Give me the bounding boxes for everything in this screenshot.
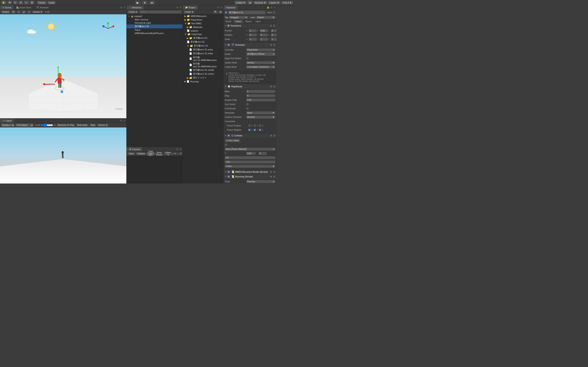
culling-mode-dropdown[interactable]: Cull Update Transforms ▼ xyxy=(246,66,276,68)
tab-scene[interactable]: ⊙ Scene xyxy=(0,5,14,9)
play-btn[interactable]: ▶ xyxy=(135,0,141,5)
shaded-dropdown[interactable]: Shaded xyxy=(1,10,10,14)
proj-item-vertex[interactable]: 📄 美竹蘭ver1.01.vertex xyxy=(183,72,223,76)
scale-tool-btn[interactable]: ⊡ xyxy=(18,1,23,4)
static-checkbox[interactable] xyxy=(273,11,276,14)
proj-view-btn[interactable]: ⊞ xyxy=(218,10,223,14)
hier-item-untitled[interactable]: ▼ 🔒 Untitled* xyxy=(127,15,182,18)
transform-settings-btn[interactable]: ⚙ xyxy=(270,25,272,27)
proj-panel-menu-btn[interactable]: ☰ xyxy=(217,6,219,8)
light-toggle[interactable]: ☀ xyxy=(17,10,21,14)
apply-root-motion-checkbox[interactable] xyxy=(246,57,249,59)
aspect-select[interactable]: Free Aspect xyxy=(15,123,34,127)
rect-tool-btn[interactable]: ▭ xyxy=(24,1,29,4)
console-collapse-btn[interactable]: Collapse xyxy=(136,152,146,155)
use-gravity-checkbox[interactable] xyxy=(246,103,249,105)
tag-dropdown[interactable]: Untagged ▼ xyxy=(229,16,248,19)
insp-panel-close-btn[interactable]: ✕ xyxy=(273,6,276,8)
local-btn[interactable]: Local xyxy=(47,1,56,4)
drag-input[interactable] xyxy=(246,94,276,97)
pos-z-input[interactable] xyxy=(271,29,277,32)
maximize-on-play-btn[interactable]: Maximize On Play xyxy=(57,123,76,127)
scale-slider[interactable] xyxy=(41,124,53,127)
fx-toggle[interactable]: ✦ xyxy=(27,10,31,14)
stats-btn[interactable]: Stats xyxy=(89,123,96,127)
proj-item-model[interactable]: 📄 美竹蘭ver1.01.model xyxy=(183,68,223,72)
hier-panel-close-btn[interactable]: ✕ xyxy=(179,6,182,8)
move-tool-btn[interactable]: ✥ xyxy=(7,1,12,4)
freeze-rot-x[interactable]: ✓ xyxy=(248,129,251,131)
hand-tool-btn[interactable]: ✋ xyxy=(1,1,7,4)
tab-game[interactable]: 🎮 Game xyxy=(0,118,15,123)
proj-item-texture[interactable]: ▶ 📁 関テクスチャ xyxy=(183,76,223,80)
proj-item-mmd-model-2[interactable]: 📄 美竹蘭ver1.01 xyxy=(183,40,223,44)
running-script-expand-btn[interactable]: ⊡ xyxy=(273,175,276,178)
hier-search[interactable] xyxy=(139,10,182,13)
proj-item-mmd4-1[interactable]: 📄 美竹蘭ver1.01.MMD4Mecanim xyxy=(183,55,223,62)
game-panel-close-btn[interactable]: ✕ xyxy=(123,119,126,122)
proj-item-readme[interactable]: 📄 readme xyxy=(183,29,223,33)
layer-dropdown[interactable]: Default ▼ xyxy=(256,16,276,19)
account-btn[interactable]: Account ▼ xyxy=(253,1,267,4)
collider-enabled-checkbox[interactable]: ✓ xyxy=(227,134,230,137)
avatar-dropdown[interactable]: 美竹蘭ver1.01Avat: ⊙ xyxy=(246,52,276,56)
step-btn[interactable]: ⏭ xyxy=(149,0,155,5)
freeze-rot-z[interactable]: ✓ xyxy=(259,129,261,131)
scale-x-input[interactable] xyxy=(249,38,257,41)
display-select[interactable]: Display 1 xyxy=(1,123,15,127)
freeze-rot-y[interactable]: ✓ xyxy=(254,129,256,131)
console-clear-btn[interactable]: Clear xyxy=(127,152,135,155)
hier-panel-menu-btn[interactable]: ☰ xyxy=(176,6,179,8)
layers-btn[interactable]: Layers ▼ xyxy=(268,1,281,4)
script-dropdown[interactable]: Running ⊙ xyxy=(246,180,276,183)
hier-item-dir-light[interactable]: Directional Light xyxy=(127,21,182,25)
freeze-pos-y[interactable] xyxy=(254,124,256,127)
mass-input[interactable] xyxy=(246,90,276,93)
insp-tab-open[interactable]: Open xyxy=(254,20,263,23)
proj-item-mmd-model-1[interactable]: ▶ 📁 美竹蘭ver1.01 xyxy=(183,36,223,40)
rigidbody-settings-btn[interactable]: ⚙ xyxy=(270,85,272,88)
collider-header[interactable]: ▼ ✓ ⬡ Collider ⚙ ⊡ xyxy=(224,133,277,138)
hier-create-btn[interactable]: Create ▼ xyxy=(127,10,139,14)
scene-panel-close-btn[interactable]: ✕ xyxy=(123,6,126,8)
running-script-settings-btn[interactable]: ⚙ xyxy=(270,175,272,178)
hier-item-plane[interactable]: Plane xyxy=(127,28,182,32)
mmd4-script-settings-btn[interactable]: ⚙ xyxy=(270,171,272,173)
insp-tab-model[interactable]: Model xyxy=(224,20,233,23)
proj-item-playeranim[interactable]: ▶ 📁 PlayerAnim xyxy=(183,18,223,22)
gizmos-dropdown[interactable]: Gizmos ▼ xyxy=(32,10,44,13)
running-script-header[interactable]: ▼ ✓ 📜 Running (Script) ⚙ ⊡ xyxy=(224,174,277,179)
game-gizmos-btn[interactable]: Gizmos ▼ xyxy=(97,123,109,127)
console-panel-close-btn[interactable]: ✕ xyxy=(179,148,182,150)
scene-panel-menu-btn[interactable]: ☰ xyxy=(120,6,122,8)
collider-val2-input[interactable] xyxy=(225,160,276,164)
rot-z-input[interactable] xyxy=(271,33,277,36)
proj-item-extra[interactable]: 📄 美竹蘭ver1.01.extra xyxy=(183,48,223,52)
is-kinematic-checkbox[interactable] xyxy=(246,107,249,110)
layout-btn[interactable]: 2 by 3 ▼ xyxy=(281,1,293,4)
controller-dropdown[interactable]: PlayerAnim ⊙ xyxy=(246,48,276,51)
edit-collider-btn[interactable]: ⊡ Edit Collider xyxy=(225,139,241,142)
rigidbody-header[interactable]: ▼ 🔲 Rigidbody ⚙ ⊡ xyxy=(224,84,277,89)
hier-item-mmd[interactable]: 美竹蘭ver1.01 xyxy=(127,25,182,28)
animator-header[interactable]: ▼ ✓ 🎬 Animator ⚙ ⊡ xyxy=(224,43,277,47)
center-btn[interactable]: Center xyxy=(37,1,47,4)
proj-item-mmd-model-3[interactable]: ▼ 📁 美竹蘭ver1.01 xyxy=(183,44,223,48)
collider-settings-btn[interactable]: ⚙ xyxy=(270,134,272,137)
collider-expand-btn[interactable]: ⊡ xyxy=(273,134,276,137)
mute-audio-btn[interactable]: Mute Audio xyxy=(76,123,89,127)
collider-y-input[interactable] xyxy=(246,152,254,155)
is-trigger-checkbox[interactable] xyxy=(225,143,227,146)
collider-val1-input[interactable] xyxy=(225,156,276,159)
rot-x-input[interactable] xyxy=(249,33,257,36)
collab-btn[interactable]: Collab ▼ xyxy=(234,1,247,4)
proj-item-index[interactable]: 📄 美竹蘭ver1.01.index xyxy=(183,52,223,55)
rigidbody-expand-btn[interactable]: ⊡ xyxy=(273,85,276,88)
animator-expand-btn[interactable]: ⊡ xyxy=(273,44,276,46)
console-clear-on-play-btn[interactable]: Clear on Play xyxy=(147,152,155,155)
proj-item-materials[interactable]: ▶ 📁 Materials xyxy=(183,25,223,29)
rotate-tool-btn[interactable]: ↻ xyxy=(13,1,17,4)
object-name-field[interactable] xyxy=(228,11,265,14)
proj-create-btn[interactable]: Create ▼ xyxy=(183,10,195,14)
insp-tab-select[interactable]: Select xyxy=(233,20,243,23)
